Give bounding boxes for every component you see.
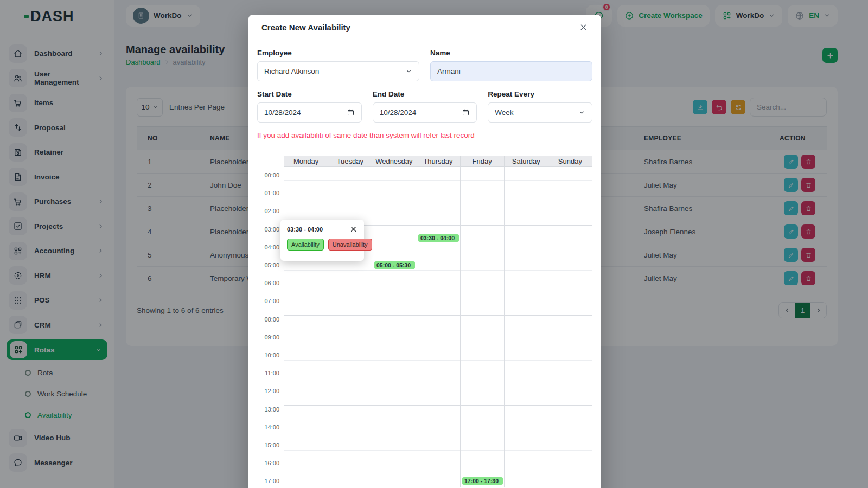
- chevron-down-icon: [405, 68, 412, 75]
- hour-label: 00:00: [257, 171, 279, 179]
- start-date-label: Start Date: [257, 90, 362, 98]
- duplicate-date-warning: If you add availabiliti of same date tha…: [257, 131, 592, 139]
- repeat-every-value: Week: [495, 108, 513, 117]
- hour-label: 04:00: [257, 243, 279, 251]
- app-root: DASH Dashboard User Management Items Pro…: [0, 0, 868, 488]
- end-date-value: 10/28/2024: [380, 108, 417, 117]
- employee-field: Employee Richard Atkinson: [257, 49, 419, 81]
- repeat-every-label: Repeat Every: [488, 90, 592, 98]
- calendar-icon: [462, 108, 470, 117]
- hour-label: 07:00: [257, 297, 279, 305]
- create-availability-modal: Create New Availability Employee Richard…: [248, 15, 601, 488]
- day-header-thursday: Thursday: [416, 156, 459, 166]
- day-column-wednesday[interactable]: [372, 167, 416, 487]
- day-header-sunday: Sunday: [548, 156, 592, 166]
- modal-title: Create New Availability: [261, 23, 350, 32]
- hour-label: 01:00: [257, 189, 279, 197]
- calendar-event[interactable]: 05:00 - 05:30: [374, 261, 415, 269]
- start-date-input[interactable]: 10/28/2024: [257, 102, 362, 123]
- hour-label: 09:00: [257, 333, 279, 341]
- hour-label: 05:00: [257, 261, 279, 269]
- employee-label: Employee: [257, 49, 419, 57]
- day-header-saturday: Saturday: [504, 156, 548, 166]
- day-column-friday[interactable]: [461, 167, 505, 487]
- end-date-label: End Date: [373, 90, 477, 98]
- name-field: Name: [430, 49, 592, 81]
- calendar-event[interactable]: 17:00 - 17:30: [462, 477, 503, 485]
- calendar-body: 00:00 01:00 02:00 03:00 04:00 05:00 06:0…: [257, 167, 592, 487]
- day-header-monday: Monday: [284, 156, 328, 166]
- modal-header: Create New Availability: [248, 15, 601, 40]
- start-date-value: 10/28/2024: [264, 108, 301, 117]
- calendar-event[interactable]: 03:30 - 04:00: [418, 234, 459, 242]
- name-label: Name: [430, 49, 592, 57]
- availability-button[interactable]: Availability: [287, 239, 324, 251]
- hour-label: 11:00: [257, 369, 279, 377]
- day-column-monday[interactable]: [284, 167, 328, 487]
- end-date-input[interactable]: 10/28/2024: [373, 102, 477, 123]
- day-column-tuesday[interactable]: [328, 167, 372, 487]
- unavailability-button[interactable]: Unavailability: [328, 239, 372, 251]
- day-column-saturday[interactable]: [505, 167, 548, 487]
- modal-body: Employee Richard Atkinson Name Start Dat…: [248, 40, 601, 488]
- availability-calendar: Monday Tuesday Wednesday Thursday Friday…: [257, 156, 592, 487]
- day-header-friday: Friday: [460, 156, 504, 166]
- close-icon[interactable]: [349, 225, 358, 233]
- employee-value: Richard Atkinson: [264, 67, 319, 75]
- day-column-sunday[interactable]: [548, 167, 592, 487]
- form-row-1: Employee Richard Atkinson Name: [257, 49, 592, 81]
- day-header-tuesday: Tuesday: [328, 156, 372, 166]
- repeat-every-field: Repeat Every Week: [488, 90, 592, 123]
- calendar-grid: [284, 167, 592, 487]
- popover-time-range: 03:30 - 04:00: [287, 226, 323, 233]
- hour-label: 03:00: [257, 226, 279, 233]
- name-input[interactable]: [430, 61, 592, 81]
- day-column-thursday[interactable]: [416, 167, 460, 487]
- hour-label: 15:00: [257, 441, 279, 449]
- hour-label: 12:00: [257, 387, 279, 395]
- hour-label: 06:00: [257, 279, 279, 287]
- repeat-every-select[interactable]: Week: [488, 102, 592, 123]
- calendar-icon: [347, 108, 355, 117]
- hour-label: 16:00: [257, 459, 279, 467]
- hour-label: 13:00: [257, 406, 279, 413]
- calendar-day-header: Monday Tuesday Wednesday Thursday Friday…: [284, 156, 592, 167]
- hour-label: 17:00: [257, 477, 279, 485]
- hour-label: 14:00: [257, 423, 279, 431]
- end-date-field: End Date 10/28/2024: [373, 90, 477, 123]
- form-row-2: Start Date 10/28/2024 End Date 10/28/202…: [257, 90, 592, 123]
- hour-label: 10:00: [257, 351, 279, 359]
- chevron-down-icon: [578, 109, 585, 116]
- event-popover: 03:30 - 04:00 Availability Unavailabilit…: [280, 220, 364, 261]
- hour-label: 02:00: [257, 207, 279, 215]
- day-header-wednesday: Wednesday: [372, 156, 416, 166]
- close-icon[interactable]: [579, 23, 588, 32]
- employee-select[interactable]: Richard Atkinson: [257, 61, 419, 81]
- hour-label: 08:00: [257, 316, 279, 323]
- start-date-field: Start Date 10/28/2024: [257, 90, 362, 123]
